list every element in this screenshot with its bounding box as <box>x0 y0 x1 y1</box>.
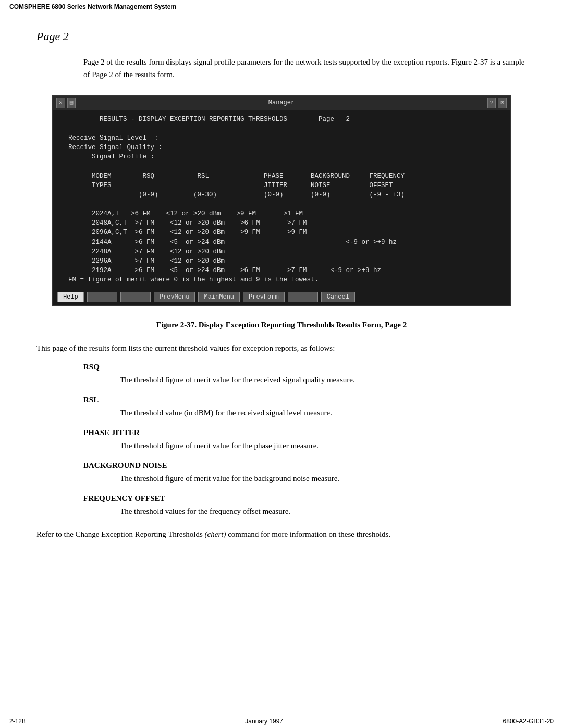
figure-caption: Figure 2-37. Display Exception Reporting… <box>36 320 527 329</box>
cancel-button[interactable]: Cancel <box>321 292 355 302</box>
header-title: COMSPHERE 6800 Series Network Management… <box>9 3 176 10</box>
terminal-box: ✕ ▤ Manager ? ⊠ RESULTS - DISPLAY EXCEPT… <box>52 95 511 306</box>
refer-paragraph: Refer to the Change Exception Reporting … <box>36 528 527 540</box>
help-button[interactable]: Help <box>57 292 84 302</box>
intro-paragraph: Page 2 of the results form displays sign… <box>83 56 527 81</box>
terminal-title-right: ? ⊠ <box>487 98 507 108</box>
section-rsq: RSQ The threshold figure of merit value … <box>36 363 527 386</box>
section-desc-rsq: The threshold figure of merit value for … <box>120 374 527 386</box>
section-label-background-noise: BACKGROUND NOISE <box>83 461 527 470</box>
btn7[interactable] <box>288 292 318 302</box>
section-desc-background-noise: The threshold figure of merit value for … <box>120 472 527 485</box>
prevform-button[interactable]: PrevForm <box>243 292 285 302</box>
terminal-icon-r[interactable]: ⊠ <box>498 98 507 108</box>
terminal-title-center: Manager <box>268 98 295 107</box>
section-frequency-offset: FREQUENCY OFFSET The threshold values fo… <box>36 494 527 517</box>
footer-right: 6800-A2-GB31-20 <box>503 718 554 725</box>
terminal-body: RESULTS - DISPLAY EXCEPTION REPORTING TH… <box>53 110 510 289</box>
terminal-icon-q[interactable]: ? <box>487 98 496 108</box>
section-label-rsl: RSL <box>83 396 527 404</box>
header-bar: COMSPHERE 6800 Series Network Management… <box>0 0 563 14</box>
list-intro: This page of the results form lists the … <box>36 342 527 354</box>
page-heading: Page 2 <box>36 30 527 43</box>
footer-left: 2-128 <box>9 718 26 725</box>
section-phase-jitter: PHASE JITTER The threshold figure of mer… <box>36 428 527 452</box>
section-desc-rsl: The threshold value (in dBM) for the rec… <box>120 406 527 419</box>
prevmenu-button[interactable]: PrevMenu <box>154 292 195 302</box>
terminal-icon-x[interactable]: ✕ <box>56 98 65 108</box>
section-desc-phase-jitter: The threshold figure of merit value for … <box>120 439 527 452</box>
terminal-left-icons: ✕ ▤ <box>56 98 76 108</box>
terminal-button-bar: Help PrevMenu MainMenu PrevForm Cancel <box>53 289 510 305</box>
terminal-icon-e[interactable]: ▤ <box>67 98 76 108</box>
mainmenu-button[interactable]: MainMenu <box>198 292 240 302</box>
footer-center: January 1997 <box>245 718 283 725</box>
main-content: Page 2 Page 2 of the results form displa… <box>0 14 563 556</box>
section-label-frequency-offset: FREQUENCY OFFSET <box>83 494 527 503</box>
terminal-title-bar: ✕ ▤ Manager ? ⊠ <box>53 96 510 110</box>
terminal-text: RESULTS - DISPLAY EXCEPTION REPORTING TH… <box>60 115 503 285</box>
section-desc-frequency-offset: The threshold values for the frequency o… <box>120 505 527 517</box>
section-rsl: RSL The threshold value (in dBM) for the… <box>36 396 527 419</box>
section-background-noise: BACKGROUND NOISE The threshold figure of… <box>36 461 527 485</box>
footer: 2-128 January 1997 6800-A2-GB31-20 <box>0 714 563 728</box>
section-label-phase-jitter: PHASE JITTER <box>83 428 527 437</box>
section-label-rsq: RSQ <box>83 363 527 372</box>
btn2[interactable] <box>87 292 117 302</box>
btn3[interactable] <box>120 292 151 302</box>
